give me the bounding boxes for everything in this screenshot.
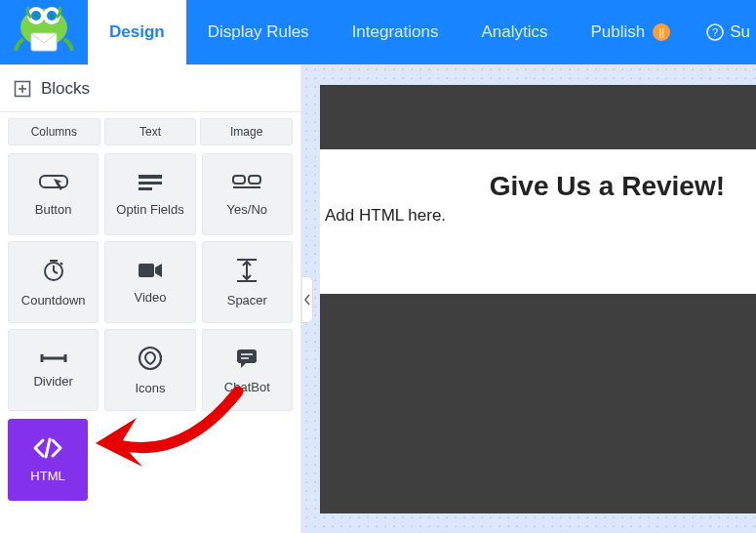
block-countdown[interactable]: Countdown [8,241,99,323]
tab-design[interactable]: Design [88,0,186,64]
svg-rect-33 [237,349,257,363]
block-columns[interactable]: Columns [8,118,100,145]
block-chatbot[interactable]: ChatBot [202,329,293,411]
chatbot-icon [234,347,259,370]
chevron-left-icon [303,294,311,306]
block-yes-no[interactable]: Yes/No [202,153,293,235]
video-icon [137,261,164,280]
countdown-icon [41,258,66,283]
block-text[interactable]: Text [104,118,197,145]
svg-rect-18 [249,176,260,184]
block-html[interactable]: HTML [8,419,88,501]
app-logo [0,0,88,64]
svg-text:?: ? [712,26,718,38]
main: Blocks Columns Text Image Button [0,64,756,533]
svg-rect-25 [139,264,154,277]
blocks-list: Columns Text Image Button Optin Fields [0,112,300,533]
tab-integrations[interactable]: Integrations [331,0,460,64]
icons-icon [138,346,163,371]
sidebar-title: Blocks [41,79,90,99]
nav-tabs: Design Display Rules Integrations Analyt… [88,0,692,64]
svg-line-36 [46,439,50,457]
preview-html-placeholder[interactable]: Add HTML here. [325,206,756,226]
block-optin-fields[interactable]: Optin Fields [104,153,195,235]
canvas[interactable]: Give Us a Review! Add HTML here. [302,65,756,533]
svg-rect-13 [40,176,67,187]
code-icon [32,437,63,459]
topbar: Design Display Rules Integrations Analyt… [0,0,756,64]
spacer-icon [235,258,259,283]
add-block-icon [14,80,31,98]
fields-icon [137,173,164,192]
block-spacer[interactable]: Spacer [202,241,293,323]
divider-icon [39,352,68,364]
block-icons[interactable]: Icons [104,329,195,411]
block-divider[interactable]: Divider [8,329,99,411]
sidebar-header: Blocks [0,65,300,112]
blocks-sidebar: Blocks Columns Text Image Button [0,65,302,533]
svg-point-6 [50,14,54,18]
publish-status-badge: || [653,23,670,41]
tab-analytics[interactable]: Analytics [459,0,569,64]
help-link[interactable]: ? Su [706,0,756,64]
svg-line-22 [54,271,58,273]
block-button[interactable]: Button [8,153,99,235]
svg-point-32 [139,348,161,369]
svg-rect-15 [139,182,162,184]
svg-rect-17 [233,176,245,184]
tab-publish[interactable]: Publish || [570,0,693,64]
svg-rect-14 [139,175,162,179]
block-video[interactable]: Video [104,241,195,323]
svg-rect-16 [139,187,152,190]
campaign-preview[interactable]: Give Us a Review! Add HTML here. [320,85,756,513]
collapse-sidebar-button[interactable] [302,276,313,323]
block-image[interactable]: Image [200,118,293,145]
button-icon [39,173,68,192]
yesno-icon [232,173,261,192]
svg-line-24 [60,263,62,265]
tab-display-rules[interactable]: Display Rules [186,0,331,64]
svg-point-5 [34,14,38,18]
help-icon: ? [706,23,724,41]
preview-heading[interactable]: Give Us a Review! [325,171,756,202]
